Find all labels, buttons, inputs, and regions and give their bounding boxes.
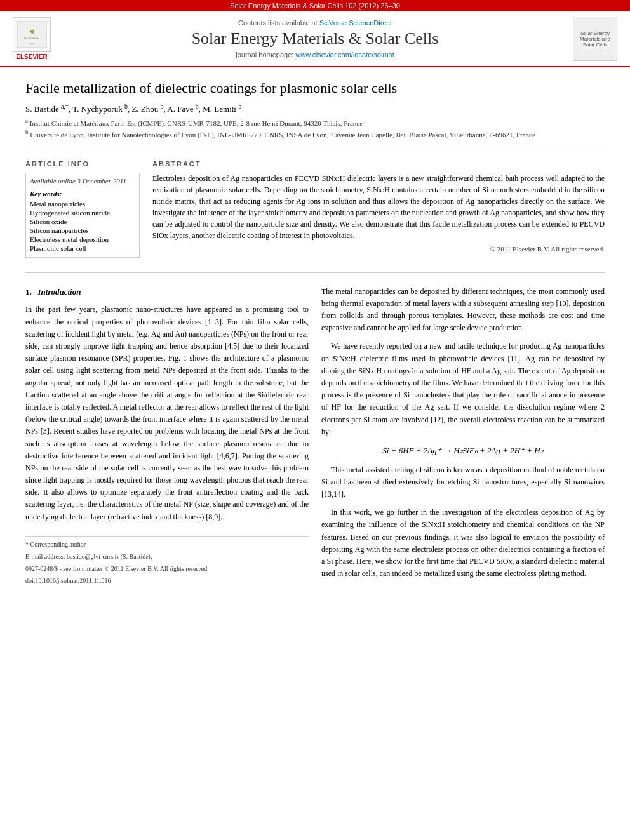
footnote-corresponding: * Corresponding author.: [25, 540, 309, 550]
right-paragraph-4: In this work, we go further in the inves…: [321, 507, 605, 580]
journal-title: Solar Energy Materials & Solar Cells: [57, 29, 573, 48]
footnote-doi: doi:10.1016/j.solmat.2011.11.016: [25, 576, 309, 586]
journal-header: 🌿 ELSEVIER logo ELSEVIER Contents lists …: [0, 11, 630, 67]
svg-text:ELSEVIER: ELSEVIER: [24, 36, 40, 40]
sciverse-link[interactable]: SciVerse ScienceDirect: [319, 19, 392, 27]
section1-heading: 1. Introduction: [25, 286, 309, 299]
abstract-text: Electroless deposition of Ag nanoparticl…: [152, 173, 605, 241]
article-content: Facile metallization of dielectric coati…: [0, 67, 630, 601]
section1-num: 1.: [25, 287, 32, 297]
citation-text: Solar Energy Materials & Solar Cells 102…: [230, 2, 400, 10]
abstract-panel: ABSTRACT Electroless deposition of Ag na…: [152, 160, 605, 263]
keyword-6: Plasmonic solar cell: [30, 244, 135, 252]
sciverse-line: Contents lists available at SciVerse Sci…: [57, 19, 573, 27]
svg-text:🌿: 🌿: [30, 29, 35, 34]
keyword-4: Silicon nanoparticles: [30, 227, 135, 234]
journal-header-center: Contents lists available at SciVerse Sci…: [57, 19, 573, 58]
footnotes: * Corresponding author. E-mail address: …: [25, 536, 309, 586]
section1-title: Introduction: [38, 287, 81, 297]
footnote-issn: 0927-0248/$ - see front matter © 2011 El…: [25, 564, 309, 574]
keyword-2: Hydrogenated silicon nitride: [30, 209, 135, 217]
abstract-label: ABSTRACT: [152, 160, 605, 168]
right-paragraph-1: The metal nanoparticles can be deposited…: [321, 286, 605, 335]
authors-line: S. Bastide a,*, T. Nychyporuk b, Z. Zhou…: [25, 103, 605, 114]
svg-text:logo: logo: [29, 42, 34, 45]
keyword-5: Electroless metal deposition: [30, 236, 135, 243]
body-left-col: 1. Introduction In the past few years, p…: [25, 286, 309, 588]
keyword-3: Silicon oxide: [30, 218, 135, 225]
article-title: Facile metallization of dielectric coati…: [25, 80, 605, 97]
elsevier-logo-box: 🌿 ELSEVIER logo: [13, 17, 51, 52]
divider-2: [25, 272, 605, 273]
right-paragraph-2: We have recently reported on a new and f…: [321, 340, 605, 438]
journal-citation-bar: Solar Energy Materials & Solar Cells 102…: [0, 0, 630, 11]
body-right-col: The metal nanoparticles can be deposited…: [321, 286, 605, 588]
footnote-email: E-mail address: bastide@glvt-cnrs.fr (S.…: [25, 552, 309, 562]
homepage-link[interactable]: www.elsevier.com/locate/solmat: [295, 51, 394, 58]
article-info-label: ARTICLE INFO: [25, 160, 140, 168]
right-paragraph-3: This metal-assisted etching of silicon i…: [321, 464, 605, 501]
chemical-formula: Si + 6HF + 2Ag⁺ → H₂SiF₆ + 2Ag + 2H⁺ + H…: [321, 444, 605, 458]
article-info-abstract: ARTICLE INFO Available online 3 December…: [25, 160, 605, 263]
affiliations: a Institut Chimie et Matériaux Paris-Est…: [25, 117, 605, 140]
journal-icon: Solar Energy Materials and Solar Cells: [573, 17, 617, 61]
elsevier-label: ELSEVIER: [16, 53, 47, 60]
elsevier-logo: 🌿 ELSEVIER logo ELSEVIER: [13, 17, 51, 60]
article-info-panel: ARTICLE INFO Available online 3 December…: [25, 160, 140, 263]
available-online: Available online 3 December 2011: [30, 177, 135, 185]
body-content: 1. Introduction In the past few years, p…: [25, 286, 605, 588]
keyword-1: Metal nanoparticles: [30, 200, 135, 208]
article-info-box: Available online 3 December 2011 Key wor…: [25, 173, 140, 258]
keywords-label: Key words:: [30, 190, 135, 197]
intro-paragraph-1: In the past few years, plasmonic nano-st…: [25, 303, 309, 523]
divider-1: [25, 150, 605, 150]
journal-homepage: journal homepage: www.elsevier.com/locat…: [57, 51, 573, 58]
copyright-notice: © 2011 Elsevier B.V. All rights reserved…: [152, 245, 605, 253]
